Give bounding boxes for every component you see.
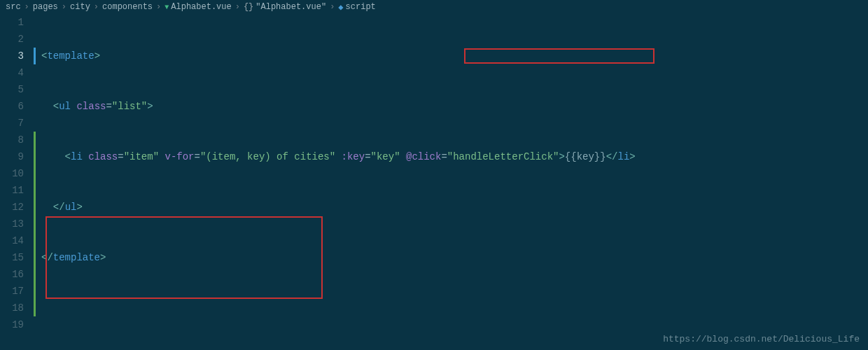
editor[interactable]: 1 2 3 4 5 6 7 8 9 10 11 12 13 14 15 16 1… [0, 14, 868, 350]
line-number: 11 [0, 182, 24, 199]
line-number: 15 [0, 249, 24, 266]
line-number: 19 [0, 316, 24, 333]
chevron-right-icon: › [24, 2, 29, 12]
line-number: 14 [0, 232, 24, 249]
chevron-right-icon: › [62, 2, 66, 12]
braces-icon: {} [244, 2, 253, 12]
line-number: 4 [0, 64, 24, 81]
line-number: 17 [0, 283, 24, 300]
breadcrumb-item[interactable]: city [70, 2, 90, 12]
chevron-right-icon: › [235, 2, 240, 12]
code-line[interactable]: <template> [41, 48, 868, 64]
breadcrumb-item[interactable]: "Alphabet.vue" [255, 2, 326, 12]
line-number: 13 [0, 216, 24, 232]
line-number: 12 [0, 199, 24, 216]
breadcrumb[interactable]: src › pages › city › components › ▼ Alph… [0, 0, 868, 14]
code-line[interactable]: </ul> [41, 199, 868, 216]
code-line[interactable]: <li class="item" v-for="(item, key) of c… [41, 148, 868, 165]
chevron-right-icon: › [330, 2, 335, 12]
chevron-right-icon: › [94, 2, 99, 12]
line-number: 1 [0, 14, 24, 31]
chevron-right-icon: › [156, 2, 161, 12]
watermark: https://blog.csdn.net/Delicious_Life [663, 334, 860, 344]
breadcrumb-item[interactable]: script [346, 2, 376, 12]
line-number: 9 [0, 148, 24, 165]
line-number: 3 [0, 48, 24, 64]
breadcrumb-item[interactable]: pages [33, 2, 58, 12]
code-line[interactable] [41, 300, 868, 316]
cube-icon: ◆ [338, 2, 343, 13]
breadcrumb-item[interactable]: src [6, 2, 21, 12]
breadcrumb-item[interactable]: Alphabet.vue [171, 2, 231, 12]
line-number: 5 [0, 81, 24, 98]
line-number: 10 [0, 165, 24, 182]
line-number: 8 [0, 132, 24, 148]
line-number: 7 [0, 115, 24, 132]
line-number: 2 [0, 31, 24, 48]
code-line[interactable]: <ul class="list"> [41, 98, 868, 115]
line-number: 16 [0, 266, 24, 283]
vue-icon: ▼ [164, 4, 169, 11]
code-area[interactable]: <template> <ul class="list"> <li class="… [36, 14, 868, 350]
breadcrumb-item[interactable]: components [102, 2, 153, 12]
code-line[interactable]: </template> [41, 249, 868, 266]
line-number: 6 [0, 98, 24, 115]
line-number-gutter: 1 2 3 4 5 6 7 8 9 10 11 12 13 14 15 16 1… [0, 14, 34, 350]
line-number: 18 [0, 300, 24, 316]
